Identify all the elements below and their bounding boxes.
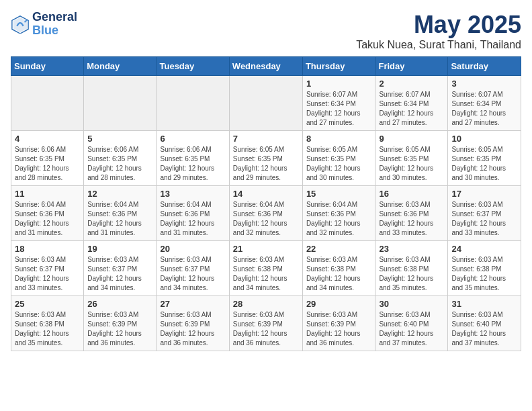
day-info: Sunrise: 6:03 AM Sunset: 6:37 PM Dayligh…: [15, 255, 80, 293]
day-number: 9: [379, 134, 444, 144]
day-cell: 5Sunrise: 6:06 AM Sunset: 6:35 PM Daylig…: [84, 131, 157, 186]
day-info: Sunrise: 6:03 AM Sunset: 6:40 PM Dayligh…: [379, 310, 444, 348]
day-cell: [84, 76, 157, 131]
day-cell: 23Sunrise: 6:03 AM Sunset: 6:38 PM Dayli…: [375, 241, 448, 296]
day-number: 17: [451, 189, 517, 199]
weekday-header-friday: Friday: [375, 57, 448, 76]
day-number: 13: [160, 189, 225, 199]
day-number: 19: [87, 244, 152, 254]
day-number: 20: [160, 244, 225, 254]
day-cell: 22Sunrise: 6:03 AM Sunset: 6:38 PM Dayli…: [302, 241, 375, 296]
day-cell: 7Sunrise: 6:05 AM Sunset: 6:35 PM Daylig…: [229, 131, 302, 186]
week-row-2: 4Sunrise: 6:06 AM Sunset: 6:35 PM Daylig…: [11, 131, 521, 186]
day-info: Sunrise: 6:05 AM Sunset: 6:35 PM Dayligh…: [451, 145, 517, 183]
day-info: Sunrise: 6:04 AM Sunset: 6:36 PM Dayligh…: [233, 200, 299, 238]
day-number: 31: [451, 299, 517, 309]
day-info: Sunrise: 6:05 AM Sunset: 6:35 PM Dayligh…: [233, 145, 299, 183]
day-info: Sunrise: 6:03 AM Sunset: 6:39 PM Dayligh…: [160, 310, 225, 348]
day-cell: 31Sunrise: 6:03 AM Sunset: 6:40 PM Dayli…: [448, 296, 521, 351]
day-cell: 27Sunrise: 6:03 AM Sunset: 6:39 PM Dayli…: [157, 296, 229, 351]
week-row-3: 11Sunrise: 6:04 AM Sunset: 6:36 PM Dayli…: [11, 186, 521, 241]
day-number: 2: [379, 79, 444, 89]
day-number: 26: [87, 299, 152, 309]
day-cell: 25Sunrise: 6:03 AM Sunset: 6:38 PM Dayli…: [11, 296, 84, 351]
day-info: Sunrise: 6:06 AM Sunset: 6:35 PM Dayligh…: [160, 145, 225, 183]
day-number: 29: [306, 299, 372, 309]
day-number: 12: [87, 189, 152, 199]
day-cell: [11, 76, 84, 131]
day-info: Sunrise: 6:04 AM Sunset: 6:36 PM Dayligh…: [15, 200, 80, 238]
day-info: Sunrise: 6:06 AM Sunset: 6:35 PM Dayligh…: [87, 145, 152, 183]
day-cell: 30Sunrise: 6:03 AM Sunset: 6:40 PM Dayli…: [375, 296, 448, 351]
week-row-5: 25Sunrise: 6:03 AM Sunset: 6:38 PM Dayli…: [11, 296, 521, 351]
day-info: Sunrise: 6:03 AM Sunset: 6:37 PM Dayligh…: [160, 255, 225, 293]
day-info: Sunrise: 6:03 AM Sunset: 6:38 PM Dayligh…: [379, 255, 444, 293]
day-number: 3: [451, 79, 517, 89]
day-number: 18: [15, 244, 80, 254]
day-number: 10: [451, 134, 517, 144]
day-info: Sunrise: 6:03 AM Sunset: 6:38 PM Dayligh…: [451, 255, 517, 293]
logo: GeneralBlue: [11, 11, 77, 38]
day-info: Sunrise: 6:04 AM Sunset: 6:36 PM Dayligh…: [87, 200, 152, 238]
day-cell: 26Sunrise: 6:03 AM Sunset: 6:39 PM Dayli…: [84, 296, 157, 351]
day-cell: 16Sunrise: 6:03 AM Sunset: 6:36 PM Dayli…: [375, 186, 448, 241]
day-number: 5: [87, 134, 152, 144]
day-info: Sunrise: 6:03 AM Sunset: 6:39 PM Dayligh…: [306, 310, 372, 348]
day-info: Sunrise: 6:03 AM Sunset: 6:38 PM Dayligh…: [15, 310, 80, 348]
day-cell: 14Sunrise: 6:04 AM Sunset: 6:36 PM Dayli…: [229, 186, 302, 241]
day-cell: [229, 76, 302, 131]
day-info: Sunrise: 6:03 AM Sunset: 6:37 PM Dayligh…: [451, 200, 517, 238]
day-cell: 9Sunrise: 6:05 AM Sunset: 6:35 PM Daylig…: [375, 131, 448, 186]
weekday-header-tuesday: Tuesday: [157, 57, 229, 76]
day-cell: 11Sunrise: 6:04 AM Sunset: 6:36 PM Dayli…: [11, 186, 84, 241]
day-cell: 4Sunrise: 6:06 AM Sunset: 6:35 PM Daylig…: [11, 131, 84, 186]
day-number: 15: [306, 189, 372, 199]
page-header: GeneralBlue May 2025 Takuk Nuea, Surat T…: [11, 11, 521, 51]
day-info: Sunrise: 6:03 AM Sunset: 6:38 PM Dayligh…: [233, 255, 299, 293]
week-row-1: 1Sunrise: 6:07 AM Sunset: 6:34 PM Daylig…: [11, 76, 521, 131]
day-info: Sunrise: 6:04 AM Sunset: 6:36 PM Dayligh…: [160, 200, 225, 238]
calendar-table: SundayMondayTuesdayWednesdayThursdayFrid…: [11, 56, 521, 351]
day-cell: 8Sunrise: 6:05 AM Sunset: 6:35 PM Daylig…: [302, 131, 375, 186]
weekday-header-monday: Monday: [84, 57, 157, 76]
day-number: 1: [306, 79, 372, 89]
day-cell: 13Sunrise: 6:04 AM Sunset: 6:36 PM Dayli…: [157, 186, 229, 241]
title-block: May 2025 Takuk Nuea, Surat Thani, Thaila…: [356, 11, 521, 51]
day-info: Sunrise: 6:07 AM Sunset: 6:34 PM Dayligh…: [379, 90, 444, 128]
day-cell: 3Sunrise: 6:07 AM Sunset: 6:34 PM Daylig…: [448, 76, 521, 131]
day-number: 22: [306, 244, 372, 254]
day-number: 4: [15, 134, 80, 144]
location-title: Takuk Nuea, Surat Thani, Thailand: [356, 39, 521, 51]
day-number: 25: [15, 299, 80, 309]
day-info: Sunrise: 6:07 AM Sunset: 6:34 PM Dayligh…: [451, 90, 517, 128]
day-number: 30: [379, 299, 444, 309]
day-number: 6: [160, 134, 225, 144]
logo-text: GeneralBlue: [32, 11, 77, 38]
day-info: Sunrise: 6:03 AM Sunset: 6:37 PM Dayligh…: [87, 255, 152, 293]
day-info: Sunrise: 6:03 AM Sunset: 6:38 PM Dayligh…: [306, 255, 372, 293]
day-cell: 6Sunrise: 6:06 AM Sunset: 6:35 PM Daylig…: [157, 131, 229, 186]
day-info: Sunrise: 6:06 AM Sunset: 6:35 PM Dayligh…: [15, 145, 80, 183]
day-number: 28: [233, 299, 299, 309]
svg-marker-0: [13, 17, 28, 32]
day-number: 7: [233, 134, 299, 144]
day-cell: 15Sunrise: 6:04 AM Sunset: 6:36 PM Dayli…: [302, 186, 375, 241]
day-number: 8: [306, 134, 372, 144]
day-info: Sunrise: 6:05 AM Sunset: 6:35 PM Dayligh…: [379, 145, 444, 183]
day-info: Sunrise: 6:07 AM Sunset: 6:34 PM Dayligh…: [306, 90, 372, 128]
day-info: Sunrise: 6:03 AM Sunset: 6:36 PM Dayligh…: [379, 200, 444, 238]
day-cell: 1Sunrise: 6:07 AM Sunset: 6:34 PM Daylig…: [302, 76, 375, 131]
day-number: 11: [15, 189, 80, 199]
day-cell: 29Sunrise: 6:03 AM Sunset: 6:39 PM Dayli…: [302, 296, 375, 351]
day-number: 16: [379, 189, 444, 199]
day-cell: 10Sunrise: 6:05 AM Sunset: 6:35 PM Dayli…: [448, 131, 521, 186]
day-number: 27: [160, 299, 225, 309]
day-cell: 24Sunrise: 6:03 AM Sunset: 6:38 PM Dayli…: [448, 241, 521, 296]
weekday-header-wednesday: Wednesday: [229, 57, 302, 76]
day-info: Sunrise: 6:03 AM Sunset: 6:40 PM Dayligh…: [451, 310, 517, 348]
day-info: Sunrise: 6:03 AM Sunset: 6:39 PM Dayligh…: [87, 310, 152, 348]
day-cell: 17Sunrise: 6:03 AM Sunset: 6:37 PM Dayli…: [448, 186, 521, 241]
day-cell: 18Sunrise: 6:03 AM Sunset: 6:37 PM Dayli…: [11, 241, 84, 296]
day-info: Sunrise: 6:05 AM Sunset: 6:35 PM Dayligh…: [306, 145, 372, 183]
day-cell: 19Sunrise: 6:03 AM Sunset: 6:37 PM Dayli…: [84, 241, 157, 296]
